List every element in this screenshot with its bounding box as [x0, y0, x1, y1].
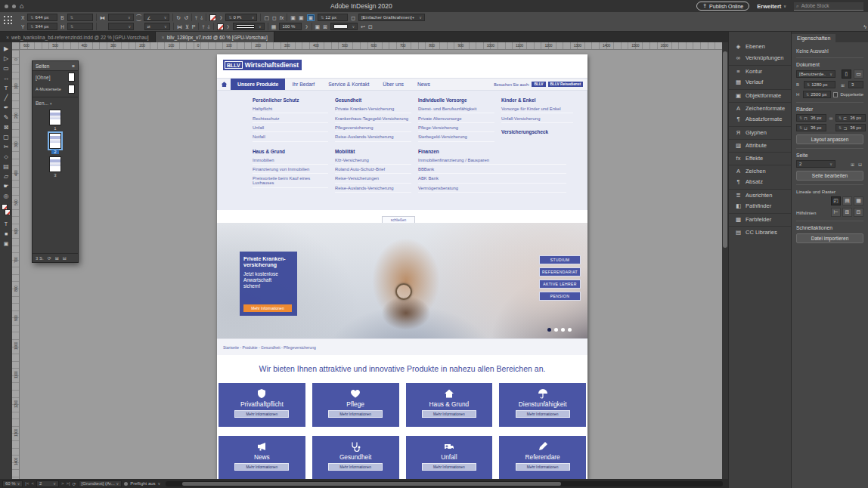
distribute-icon[interactable]: ⫰	[200, 15, 203, 20]
tile-cta-button[interactable]: Mehr Informationen	[422, 410, 476, 418]
hero-carousel[interactable]: Private Kranken-versicherung Jetzt koste…	[217, 223, 587, 338]
paragraph-style-dropdown[interactable]: [Grundtext] (Ar...∨	[79, 480, 122, 487]
pencil-tool[interactable]: ✎	[1, 113, 11, 122]
preflight-menu-arrow[interactable]: ∨	[158, 481, 161, 486]
tile-cta-button[interactable]: Mehr Informationen	[328, 410, 383, 418]
tile-referendare[interactable]: Referendare Mehr Informationen	[499, 436, 586, 479]
edit-spread-icon[interactable]: ⟳	[48, 255, 51, 261]
menu-link[interactable]: Vermögensberatung	[418, 184, 566, 193]
window-control-dot[interactable]	[5, 5, 8, 8]
document-canvas[interactable]: BLLV Wirtschaftsdienst Unsere Produkte I…	[20, 50, 722, 479]
panel-tab-glyphen[interactable]: Я Glyphen	[729, 126, 791, 137]
stroke-color-swatch[interactable]	[5, 209, 11, 215]
apply-color-button[interactable]: ■	[1, 229, 11, 239]
ruler-vertical[interactable]: 0100200300400500600700800900100011001200…	[12, 50, 20, 479]
fill-stroke-swatches[interactable]	[2, 204, 11, 216]
tile-cta-button[interactable]: Mehr Informationen	[328, 463, 383, 471]
panel-tab-absatz[interactable]: ¶ Absatz	[729, 176, 791, 187]
effects-icon[interactable]: fx	[280, 15, 284, 20]
nav-item[interactable]: Unsere Produkte	[231, 79, 285, 90]
publish-online-button[interactable]: ⇪ Publish Online	[696, 2, 749, 11]
carousel-dot[interactable]	[568, 328, 572, 332]
menu-link[interactable]: Kfz-Versicherung	[335, 156, 411, 165]
import-file-button[interactable]: Datei importieren	[796, 233, 863, 243]
menu-link[interactable]: Unfall	[253, 123, 328, 132]
nav-item[interactable]: Über uns	[376, 79, 411, 90]
gap-tool[interactable]: ↔	[1, 73, 11, 83]
pen-tool[interactable]: ✒	[1, 103, 11, 113]
corner-shape-icon[interactable]: ◻	[272, 15, 277, 20]
screen-mode-button[interactable]: ▣	[1, 239, 11, 249]
flip-horizontal-icon[interactable]: ⋈	[177, 24, 182, 29]
menu-link[interactable]: BBBank	[418, 165, 566, 174]
tile-unfall[interactable]: Unfall Mehr Informationen	[406, 436, 493, 479]
menu-link[interactable]: Roland Auto-Schutz-Brief	[335, 165, 411, 174]
next-page-icon[interactable]: >	[61, 481, 64, 486]
ruler-origin-corner[interactable]	[12, 42, 20, 50]
wrap-offset-field[interactable]: 12 px	[318, 14, 348, 21]
panel-tab-cc-libraries[interactable]: ▤ CC Libraries	[729, 226, 791, 237]
horizontal-scrollbar-thumb[interactable]	[182, 482, 561, 486]
document-tab[interactable]: × bllv_1280px_v7.indd @ 60 % [GPU-Vorsch…	[156, 32, 274, 42]
tile-dienstunfaehigkeit[interactable]: Dienstunfähigkeit Mehr Informationen	[499, 383, 586, 427]
nav-item[interactable]: News	[411, 79, 437, 90]
quick-apply-icon[interactable]: ϟ	[863, 24, 866, 29]
last-page-icon[interactable]: >|	[66, 481, 70, 486]
object-effects-icon[interactable]: ⊠	[323, 24, 327, 29]
menu-link[interactable]: Notfall	[253, 132, 328, 141]
tile-cta-button[interactable]: Mehr Informationen	[422, 463, 476, 471]
stroke-swatch-none[interactable]	[217, 23, 224, 30]
add-page-icon[interactable]: ⊞	[851, 162, 854, 167]
page-thumbnail[interactable]	[49, 133, 61, 149]
current-page-dropdown[interactable]: 2	[796, 160, 835, 168]
rectangle-tool[interactable]: ▢	[1, 132, 11, 142]
show-guides-button[interactable]: ⊢	[831, 208, 841, 217]
link-scale-icon[interactable]: ⁐	[137, 15, 141, 20]
align-icon[interactable]: ⫯	[195, 15, 197, 20]
zoom-tool[interactable]: ◎	[1, 191, 11, 201]
adjust-layout-button[interactable]: Layout anpassen	[796, 134, 863, 144]
show-baseline-grid-button[interactable]: ▤	[842, 196, 852, 205]
page-item[interactable]: 3	[33, 156, 78, 178]
hero-cta-button[interactable]: Mehr Informationen	[243, 304, 292, 312]
panel-tab-attribute[interactable]: ▨ Attribute	[729, 139, 791, 150]
portrait-orientation-button[interactable]: ▯	[842, 69, 851, 79]
menu-link[interactable]: Rechtsschutz	[253, 113, 328, 122]
menu-link[interactable]: Private Kranken-Versicherung	[335, 104, 411, 113]
panel-tab-absatzformate[interactable]: ¶ Absatzformate	[729, 113, 791, 125]
menu-link[interactable]: Dienst- und Berufsunfähigkeit	[418, 104, 494, 113]
hero-side-button[interactable]: REFERENDARIAT	[539, 267, 581, 276]
page-item[interactable]: 2	[33, 133, 78, 154]
object-style-dropdown[interactable]: [Einfacher Grafikrahmen]+	[358, 14, 425, 21]
menu-link[interactable]: Krankenhaus-Tagegeld-Versicherung	[335, 113, 411, 122]
scale-x-field[interactable]	[108, 14, 134, 21]
document-tab[interactable]: × web_ivankolina_bd-referenzindd.indd @ …	[0, 32, 156, 42]
margin-top-field[interactable]: ⊓36 px	[796, 114, 826, 122]
show-rulers-button[interactable]: ◰	[831, 196, 841, 205]
edit-page-button[interactable]: Seite bearbeiten	[796, 171, 863, 181]
margin-right-field[interactable]: ⊐36 px	[835, 124, 866, 131]
panel-tab-pathfinder[interactable]: ◧ Pathfinder	[729, 200, 791, 212]
menu-close-tab[interactable]: schließen	[382, 216, 415, 223]
type-tool[interactable]: T	[1, 83, 11, 93]
carousel-dot[interactable]	[554, 328, 558, 332]
previous-page-icon[interactable]: <	[31, 481, 34, 486]
landscape-orientation-button[interactable]: ▭	[854, 69, 863, 79]
tile-news[interactable]: News Mehr Informationen	[219, 436, 305, 479]
preview-swatch-dropdown[interactable]	[330, 23, 358, 30]
close-icon[interactable]: ×	[6, 35, 9, 40]
rotate-ccw-icon[interactable]: ↺	[184, 15, 188, 20]
rectangle-frame-tool[interactable]: ⊠	[1, 122, 11, 132]
page-count-field[interactable]: 3	[848, 81, 863, 88]
erweitert-menu[interactable]: Erweitert ∨	[757, 3, 786, 10]
doc-width-field[interactable]: 1280 px	[804, 81, 835, 88]
free-transform-tool[interactable]: ⬦	[1, 152, 11, 162]
text-wrap-active-icon[interactable]: ▣	[307, 14, 315, 21]
y-position-field[interactable]: 344 px	[27, 23, 57, 30]
menu-link[interactable]: Reise-Auslands-Versicherung	[335, 132, 411, 141]
menu-link[interactable]: Unfall-Versicherung	[501, 113, 573, 122]
panel-tab-zeichenformate[interactable]: A Zeichenformate	[729, 102, 791, 113]
home-icon[interactable]: ⌂	[20, 3, 23, 10]
lock-guides-button[interactable]: ⊞	[842, 208, 852, 217]
panel-tab-farbfelder[interactable]: ▩ Farbfelder	[729, 213, 791, 224]
